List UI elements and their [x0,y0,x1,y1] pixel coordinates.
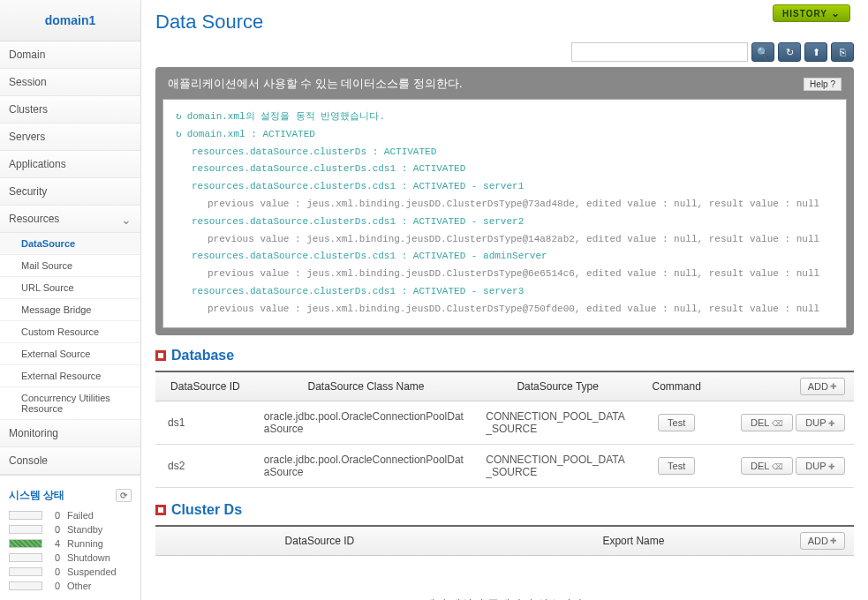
log-line: previous value : jeus.xml.binding.jeusDD… [176,231,834,249]
subnav-datasource[interactable]: DataSource [0,233,140,255]
status-shutdown: 0 Shutdown [9,551,132,565]
log-line: previous value : jeus.xml.binding.jeusDD… [176,196,834,214]
subnav-customresource[interactable]: Custom Resource [0,321,140,343]
col-type: DataSource Type [477,371,638,401]
main-content: HISTORY Data Source 🔍 ↻ ⬆ ⎘ 애플리케이션에서 사용할… [141,0,868,600]
dup-button[interactable]: DUP [796,457,845,475]
xml-export-icon[interactable]: ⬆ [804,42,827,62]
resources-submenu: DataSource Mail Source URL Source Messag… [0,233,140,420]
log-box: ↻domain.xml의 설정을 동적 반영했습니다. ↻domain.xml … [162,99,847,328]
sidebar: domain1 Domain Session Clusters Servers … [0,0,141,600]
status-bar-icon [9,511,42,520]
status-title-label: 시스템 상태 [9,488,64,503]
nav-domain[interactable]: Domain [0,41,140,69]
log-line: resources.dataSource.clusterDs.cds1 : AC… [176,161,834,178]
status-bar-icon [9,581,42,590]
add-button[interactable]: ADD [800,532,845,550]
col-command: Command [638,371,714,401]
nav-security[interactable]: Security [0,178,140,206]
log-line: resources.dataSource.clusterDs.cds1 : AC… [176,283,834,301]
history-button[interactable]: HISTORY [773,4,850,22]
empty-message: 해당 내역이 존재하지 않습니다. [155,570,854,600]
toolbar: 🔍 ↻ ⬆ ⎘ [155,42,854,62]
dup-button[interactable]: DUP [796,414,845,431]
col-datasource-id: DataSource ID [155,526,484,556]
del-button[interactable]: DEL [741,457,793,475]
clusterds-section-title: Cluster Ds [155,502,854,518]
subnav-messagebridge[interactable]: Message Bridge [0,299,140,321]
col-export-name: Export Name [484,526,783,556]
test-button[interactable]: Test [658,414,695,431]
log-line: resources.dataSource.clusterDs.cds1 : AC… [176,248,834,266]
database-section-title: Database [155,348,854,364]
section-icon [155,505,166,515]
subnav-urlsource[interactable]: URL Source [0,277,140,299]
log-line: previous value : jeus.xml.binding.jeusDD… [176,266,834,283]
table-row: ds1 oracle.jdbc.pool.OracleConnectionPoo… [155,401,854,444]
database-table: DataSource ID DataSource Class Name Data… [155,371,854,488]
domain-header[interactable]: domain1 [0,0,140,41]
table-row: ds2 oracle.jdbc.pool.OracleConnectionPoo… [155,444,854,487]
section-icon [155,350,166,361]
subnav-externalresource[interactable]: External Resource [0,365,140,387]
cell-classname: oracle.jdbc.pool.OracleConnectionPoolDat… [255,444,477,487]
search-input[interactable] [571,42,748,62]
search-icon[interactable]: 🔍 [751,42,774,62]
nav-clusters[interactable]: Clusters [0,96,140,124]
copy-icon[interactable]: ⎘ [831,42,854,62]
help-button[interactable]: Help ? [804,78,842,91]
status-standby: 0 Standby [9,522,132,536]
info-panel: 애플리케이션에서 사용할 수 있는 데이터소스를 정의한다. Help ? ↻d… [155,67,854,335]
status-failed: 0 Failed [9,508,132,522]
subnav-externalsource[interactable]: External Source [0,343,140,365]
subnav-mailsource[interactable]: Mail Source [0,255,140,277]
subnav-concurrency[interactable]: Concurrency Utilities Resource [0,387,140,420]
nav-servers[interactable]: Servers [0,124,140,151]
nav-monitoring[interactable]: Monitoring [0,420,140,447]
info-description: 애플리케이션에서 사용할 수 있는 데이터소스를 정의한다. [168,76,463,92]
nav-console[interactable]: Console [0,447,140,475]
reload-icon: ↻ [176,109,182,126]
system-status: 시스템 상태 ⟳ 0 Failed 0 Standby 4 Running 0 [0,475,140,600]
status-bar-icon [9,525,42,534]
nav-resources[interactable]: Resources [0,206,140,233]
reload-icon: ↻ [176,126,182,144]
cell-type: CONNECTION_POOL_DATA_SOURCE [477,401,638,444]
test-button[interactable]: Test [658,457,695,475]
cell-id: ds2 [155,444,255,487]
cell-id: ds1 [155,401,255,444]
refresh-icon[interactable]: ↻ [778,42,801,62]
nav-applications[interactable]: Applications [0,151,140,178]
log-line: resources.dataSource.clusterDs.cds1 : AC… [176,178,834,196]
status-bar-icon [9,539,42,548]
status-bar-icon [9,553,42,562]
status-bar-icon [9,567,42,576]
clusterds-table: DataSource ID Export Name ADD [155,525,854,556]
del-button[interactable]: DEL [741,414,793,431]
status-suspended: 0 Suspended [9,565,132,579]
log-line: resources.dataSource.clusterDs.cds1 : AC… [176,214,834,231]
log-line: resources.dataSource.clusterDs : ACTIVAT… [176,144,834,161]
status-running: 4 Running [9,536,132,551]
col-datasource-id: DataSource ID [155,371,255,401]
cell-classname: oracle.jdbc.pool.OracleConnectionPoolDat… [255,401,477,444]
status-other: 0 Other [9,579,132,593]
col-class-name: DataSource Class Name [255,371,477,401]
nav-session[interactable]: Session [0,69,140,96]
page-title: Data Source [155,11,854,34]
add-button[interactable]: ADD [800,378,845,395]
status-refresh-icon[interactable]: ⟳ [116,489,132,502]
cell-type: CONNECTION_POOL_DATA_SOURCE [477,444,638,487]
log-line: previous value : jeus.xml.binding.jeusDD… [176,301,834,319]
